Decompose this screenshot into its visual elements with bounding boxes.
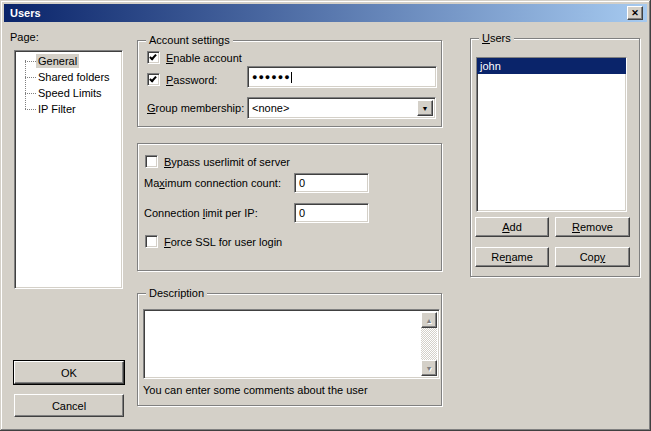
rename-user-button[interactable]: Rename: [475, 247, 549, 267]
tree-item-ip-filter[interactable]: IP Filter: [15, 101, 122, 117]
remove-user-label: Remove: [572, 221, 613, 233]
titlebar[interactable]: Users: [4, 4, 647, 22]
ok-button[interactable]: OK: [14, 361, 124, 384]
users-dialog: { "window": { "title": "Users" }, "icons…: [0, 0, 651, 431]
copy-user-button[interactable]: Copy: [555, 247, 630, 267]
password-checkbox[interactable]: Password:: [147, 73, 217, 86]
user-list-item[interactable]: john: [477, 58, 626, 74]
close-button[interactable]: ✕: [627, 6, 643, 20]
tree-item-shared-folders[interactable]: Shared folders: [15, 69, 122, 85]
chevron-down-icon: ▼: [422, 105, 429, 112]
arrow-down-icon: ▼: [426, 365, 433, 372]
remove-user-button[interactable]: Remove: [555, 217, 630, 237]
tree-branch-icon: [25, 77, 36, 78]
users-listbox[interactable]: john: [476, 57, 627, 212]
checkmark-icon: [149, 53, 157, 61]
users-title: Users: [479, 32, 514, 44]
ok-label: OK: [61, 367, 77, 379]
tree-branch-icon: [25, 109, 36, 110]
description-title: Description: [146, 287, 207, 299]
page-tree[interactable]: General Shared folders Speed Limits IP F…: [14, 50, 123, 289]
max-connection-count-input[interactable]: 0: [294, 173, 369, 193]
rename-user-label: Rename: [491, 251, 533, 263]
tree-item-label: Speed Limits: [36, 86, 104, 100]
checkbox-box: [145, 235, 158, 248]
tree-item-label: Shared folders: [36, 70, 112, 84]
connection-limits-group: Bypass userlimit of server Maximum conne…: [137, 143, 442, 271]
user-name: john: [480, 60, 501, 72]
dropdown-button[interactable]: ▼: [417, 100, 433, 116]
cancel-label: Cancel: [52, 400, 86, 412]
checkbox-box: [147, 73, 160, 86]
group-membership-label: Group membership:: [147, 97, 244, 119]
close-icon: ✕: [631, 9, 639, 18]
tree-item-speed-limits[interactable]: Speed Limits: [15, 85, 122, 101]
users-group: Users john Add Remove Rename Copy: [470, 38, 640, 277]
description-group: Description ▲ ▼ You can enter some comme…: [137, 293, 442, 406]
tree-branch-icon: [25, 93, 36, 94]
bypass-userlimit-label: Bypass userlimit of server: [164, 156, 290, 168]
checkbox-box: [147, 51, 160, 64]
vertical-scrollbar[interactable]: ▲ ▼: [421, 312, 437, 376]
enable-account-checkbox[interactable]: Enable account: [147, 51, 242, 64]
max-connection-count-value: 0: [299, 177, 305, 189]
account-settings-group: Account settings Enable account Password…: [137, 40, 442, 127]
bypass-userlimit-checkbox[interactable]: Bypass userlimit of server: [145, 155, 290, 168]
password-label: Password:: [166, 74, 217, 86]
connection-limit-per-ip-input[interactable]: 0: [294, 203, 369, 223]
scroll-down-button[interactable]: ▼: [421, 360, 437, 376]
cancel-button[interactable]: Cancel: [14, 394, 124, 417]
group-membership-value: <none>: [252, 101, 289, 115]
copy-user-label: Copy: [580, 251, 606, 263]
tree-item-label: IP Filter: [36, 102, 78, 116]
enable-account-label: Enable account: [166, 52, 242, 64]
account-settings-title: Account settings: [146, 34, 233, 46]
text-caret: [291, 72, 292, 83]
description-hint: You can enter some comments about the us…: [143, 384, 368, 396]
window-title: Users: [10, 7, 41, 19]
description-textarea[interactable]: ▲ ▼: [143, 309, 440, 379]
force-ssl-label: Force SSL for user login: [164, 236, 282, 248]
connection-limit-per-ip-value: 0: [299, 207, 305, 219]
checkmark-icon: [149, 75, 157, 83]
add-user-button[interactable]: Add: [475, 217, 549, 237]
password-masked-value: ●●●●●●: [252, 72, 291, 82]
tree-item-general[interactable]: General: [15, 53, 122, 69]
tree-branch-icon: [25, 61, 36, 62]
max-connection-count-label: Maximum connection count:: [144, 173, 281, 193]
tree-item-label: General: [36, 54, 79, 68]
page-label: Page:: [10, 31, 39, 43]
group-membership-select[interactable]: <none> ▼: [247, 97, 436, 119]
add-user-label: Add: [502, 221, 522, 233]
password-input[interactable]: ●●●●●●: [247, 66, 437, 88]
force-ssl-checkbox[interactable]: Force SSL for user login: [145, 235, 282, 248]
connection-limit-per-ip-label: Connection limit per IP:: [144, 203, 258, 223]
arrow-up-icon: ▲: [426, 317, 433, 324]
checkbox-box: [145, 155, 158, 168]
scroll-up-button[interactable]: ▲: [421, 312, 437, 328]
